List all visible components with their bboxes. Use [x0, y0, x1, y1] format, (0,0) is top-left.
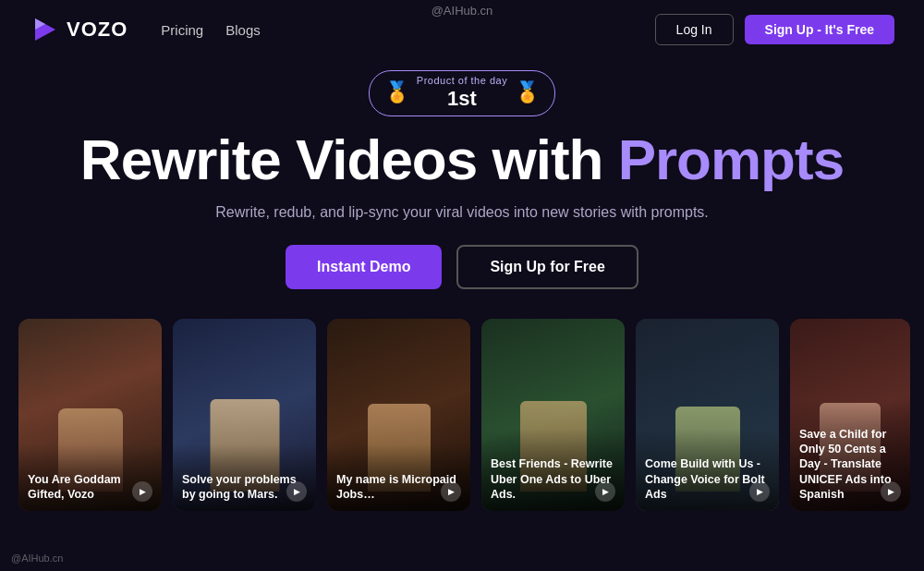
bottom-watermark: @AIHub.cn	[11, 553, 63, 564]
hero-subtitle: Rewrite, redub, and lip-sync your viral …	[215, 204, 709, 221]
video-card-4[interactable]: Best Friends - Rewrite Uber One Ads to U…	[481, 319, 625, 511]
play-icon-6: ▶	[881, 481, 901, 502]
video-strip: You Are Goddam Gifted, Vozo ▶ Solve your…	[0, 319, 924, 511]
laurel-left-icon: 🏅	[384, 82, 409, 103]
logo[interactable]: VOZO	[30, 15, 128, 44]
video-card-3[interactable]: My name is Micropaid Jobs… ▶	[327, 319, 470, 511]
hero-section: 🏅 Product of the day 1st 🏅 Rewrite Video…	[0, 59, 924, 319]
badge-inner: 🏅 Product of the day 1st 🏅	[369, 70, 555, 116]
nav-link-blogs[interactable]: Blogs	[225, 22, 261, 38]
play-icon-4: ▶	[595, 481, 615, 502]
laurel-right-icon: 🏅	[515, 82, 540, 103]
signup-free-button[interactable]: Sign Up for Free	[456, 245, 638, 289]
video-card-1[interactable]: You Are Goddam Gifted, Vozo ▶	[18, 319, 162, 511]
nav-actions: Log In Sign Up - It's Free	[655, 14, 894, 45]
navbar: VOZO Pricing Blogs Log In Sign Up - It's…	[0, 0, 924, 59]
video-card-5[interactable]: Come Build with Us - Change Voice for Bo…	[636, 319, 779, 511]
badge-rank: 1st	[447, 87, 477, 110]
hero-title-plain: Rewrite Videos with	[80, 128, 618, 191]
product-badge: 🏅 Product of the day 1st 🏅	[369, 70, 555, 116]
play-icon-3: ▶	[441, 481, 461, 502]
login-button[interactable]: Log In	[655, 14, 734, 45]
play-icon-5: ▶	[749, 481, 770, 502]
badge-label: Product of the day	[417, 75, 507, 87]
video-card-2[interactable]: Solve your problems by going to Mars. ▶	[173, 319, 316, 511]
signup-button[interactable]: Sign Up - It's Free	[745, 15, 894, 44]
video-card-6[interactable]: Save a Child for Only 50 Cents a Day - T…	[790, 319, 910, 511]
nav-link-pricing[interactable]: Pricing	[161, 22, 203, 38]
logo-icon	[30, 15, 59, 44]
badge-text: Product of the day 1st	[417, 75, 507, 110]
play-icon-2: ▶	[286, 481, 307, 502]
logo-text: VOZO	[67, 18, 128, 42]
cta-row: Instant Demo Sign Up for Free	[286, 245, 638, 289]
hero-title-highlight: Prompts	[618, 128, 844, 191]
instant-demo-button[interactable]: Instant Demo	[286, 245, 442, 289]
nav-links: Pricing Blogs	[161, 22, 654, 38]
play-icon-1: ▶	[132, 481, 152, 502]
hero-title: Rewrite Videos with Prompts	[80, 129, 844, 189]
